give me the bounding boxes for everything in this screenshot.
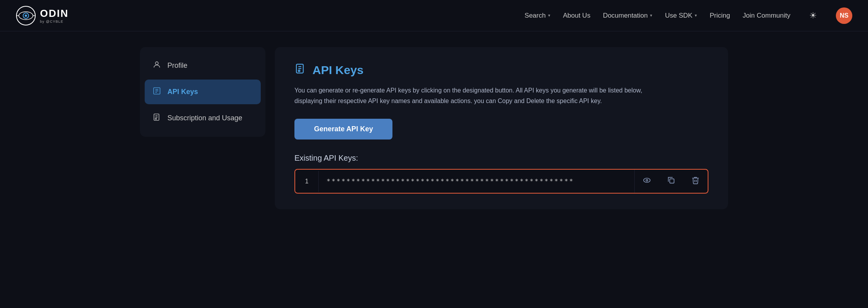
api-key-index: 1 [295,171,319,192]
nav-link-search[interactable]: Search ▾ [525,12,550,20]
navbar: ODIN by @CYBLE Search ▾ About Us Documen… [0,0,868,31]
nav-link-docs[interactable]: Documentation ▾ [603,12,652,20]
sidebar-item-profile[interactable]: Profile [145,53,261,78]
sidebar-subscription-label: Subscription and Usage [167,114,242,122]
svg-rect-18 [298,70,300,72]
page-title: API Keys [312,63,363,77]
subscription-icon [153,113,161,123]
copy-icon [667,176,676,185]
theme-toggle-icon[interactable]: ☀ [809,11,817,21]
content-description: You can generate or re-generate API keys… [294,85,647,106]
nav-link-about[interactable]: About Us [563,12,590,20]
logo-byline: by @CYBLE [40,20,69,24]
sidebar: Profile API Keys [140,47,265,137]
content-header: API Keys [294,63,708,77]
svg-rect-21 [670,179,674,183]
nav-link-sdk[interactable]: Use SDK ▾ [665,12,697,20]
reveal-api-key-button[interactable] [635,170,659,193]
generate-api-key-button[interactable]: Generate API Key [294,119,392,140]
svg-point-20 [646,179,648,181]
api-key-value[interactable] [319,170,634,192]
sidebar-api-keys-label: API Keys [167,88,198,96]
svg-point-6 [155,62,158,65]
main-layout: Profile API Keys [120,31,748,225]
nav-link-pricing[interactable]: Pricing [710,12,730,20]
delete-api-key-button[interactable] [683,170,708,193]
sidebar-profile-label: Profile [167,62,187,70]
chevron-down-icon: ▾ [548,13,550,18]
nav-link-community[interactable]: Join Community [743,12,790,20]
chevron-down-icon: ▾ [650,13,652,18]
nav-links: Search ▾ About Us Documentation ▾ Use SD… [525,7,852,24]
svg-point-19 [644,178,650,183]
svg-rect-14 [155,118,156,120]
logo-name: ODIN [40,7,69,20]
content-area: API Keys You can generate or re-generate… [275,47,728,209]
logo[interactable]: ODIN by @CYBLE [16,5,69,26]
content-title-icon [294,63,306,77]
api-key-actions [634,170,708,193]
svg-point-3 [25,14,27,17]
eye-icon [643,176,651,185]
chevron-down-icon: ▾ [695,13,697,18]
api-keys-icon [153,87,161,97]
avatar[interactable]: NS [836,7,852,24]
api-key-row: 1 [294,169,708,194]
copy-api-key-button[interactable] [659,170,683,193]
sidebar-item-api-keys[interactable]: API Keys [145,80,261,104]
profile-icon [153,60,161,71]
sidebar-item-subscription[interactable]: Subscription and Usage [145,106,261,130]
logo-icon [16,5,36,26]
trash-icon [691,176,700,185]
existing-keys-label: Existing API Keys: [294,154,708,163]
